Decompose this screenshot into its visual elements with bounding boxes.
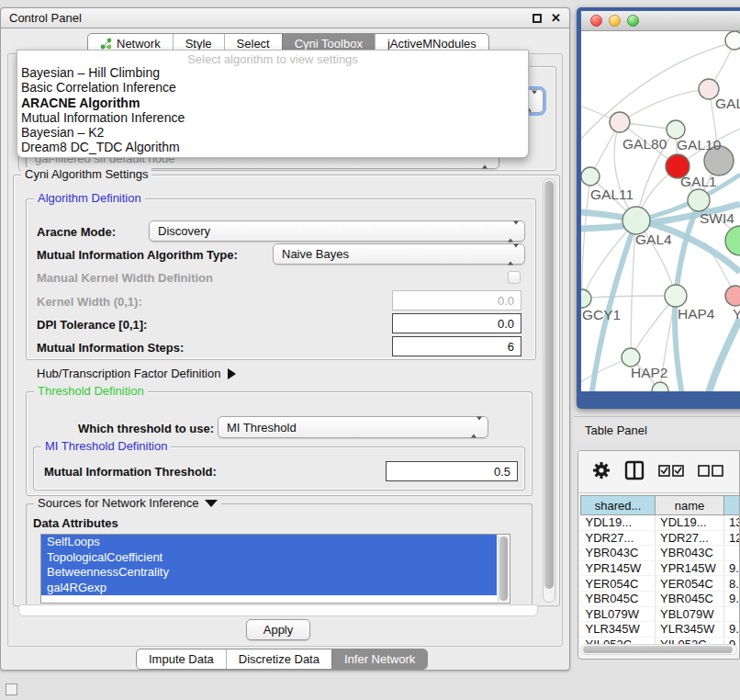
menu-item[interactable]: Bayesian – K2: [17, 125, 528, 140]
list-scrollbar[interactable]: [498, 536, 509, 602]
network-node[interactable]: [622, 207, 650, 234]
table-row[interactable]: YDR27...YDR27...12: [581, 530, 740, 546]
sources-group-title[interactable]: Sources for Network Inference: [34, 496, 221, 510]
table-body: YDL19...YDL19...13YDR27...YDR27...12YBR0…: [581, 515, 740, 652]
table-panel-header: Table Panel: [574, 416, 740, 444]
attribute-item[interactable]: gal4RGexp: [41, 581, 497, 596]
float-window-icon[interactable]: [533, 14, 542, 23]
which-threshold-combo[interactable]: MI Threshold: [218, 416, 488, 438]
network-node[interactable]: [725, 226, 740, 255]
network-edge: [582, 296, 665, 299]
tab-infer-network[interactable]: Infer Network: [331, 649, 427, 669]
apply-button[interactable]: Apply: [246, 619, 310, 640]
network-canvas[interactable]: GAL80GAL10GAL1GAL11SWI4GAL4GCY1HAP4YHAP2…: [581, 31, 740, 391]
menu-item[interactable]: Mutual Information Inference: [17, 110, 528, 125]
table-panel-title: Table Panel: [585, 423, 647, 437]
tab-impute-data[interactable]: Impute Data: [137, 649, 226, 669]
node-table[interactable]: shared...nameA YDL19...YDL19...13YDR27..…: [580, 495, 739, 652]
expand-right-icon: [228, 368, 236, 379]
combo-arrows-icon: [508, 224, 519, 238]
dpi-tolerance-field[interactable]: 0.0: [392, 313, 521, 333]
dropdown-prompt: Select algorithm to view settings: [17, 51, 528, 65]
close-icon[interactable]: ✕: [551, 14, 561, 23]
manual-kernel-checkbox[interactable]: [508, 271, 521, 284]
settings-hscrollbar[interactable]: [18, 604, 538, 616]
threshold-definition-title: Threshold Definition: [34, 384, 148, 398]
table-row[interactable]: YLR345WYLR345W9.: [581, 622, 740, 638]
combo-arrows-icon: [508, 247, 519, 261]
table-header-row: shared...nameA: [581, 496, 740, 515]
column-header[interactable]: name: [656, 496, 724, 515]
algorithm-menu-items: Bayesian – Hill ClimbingBasic Correlatio…: [17, 65, 528, 155]
table-row[interactable]: YBR045CYBR045C9.: [581, 591, 740, 606]
network-edge: [705, 319, 740, 391]
node-label: GAL11: [590, 186, 633, 202]
network-window-titlebar[interactable]: [581, 11, 740, 31]
menu-item[interactable]: Basic Correlation Inference: [17, 80, 528, 95]
screen: Control Panel ✕ Network Style Se: [0, 0, 740, 700]
node-label: GAL: [715, 96, 740, 111]
menu-item[interactable]: ARACNE Algorithm: [17, 96, 528, 110]
network-edge: [620, 89, 709, 122]
network-canvas-svg: GAL80GAL10GAL1GAL11SWI4GAL4GCY1HAP4YHAP2…: [581, 31, 740, 391]
table-row[interactable]: YBL079WYBL079W: [581, 606, 740, 622]
attribute-item[interactable]: TopologicalCoefficient: [41, 550, 497, 566]
attribute-item[interactable]: BetweennessCentrality: [41, 565, 497, 581]
node-label: GAL80: [622, 136, 667, 152]
algorithm-dropdown-popup: Select algorithm to view settings Bayesi…: [17, 50, 529, 158]
settings-group-title: Cyni Algorithm Settings: [21, 167, 151, 181]
close-traffic-light-icon[interactable]: [590, 15, 602, 27]
minimized-panel-icon[interactable]: [6, 683, 17, 695]
data-attributes-label: Data Attributes: [33, 516, 118, 530]
table-panel: shared...nameA YDL19...YDL19...13YDR27..…: [577, 450, 740, 660]
node-label: SWI4: [700, 210, 734, 226]
mi-steps-label: Mutual Information Steps:: [37, 341, 184, 355]
network-node[interactable]: [610, 112, 630, 132]
deselect-all-unchecked-icon[interactable]: [698, 464, 723, 480]
combo-arrows-icon: [471, 421, 482, 435]
network-node[interactable]: [725, 31, 740, 50]
settings-gear-icon[interactable]: [592, 461, 611, 483]
network-node[interactable]: [725, 286, 740, 306]
node-label: Y: [733, 306, 740, 322]
network-node[interactable]: [667, 120, 685, 139]
mi-steps-field[interactable]: 6: [392, 336, 521, 356]
attribute-item[interactable]: SelfLoops: [41, 535, 497, 550]
table-row[interactable]: YBR043CYBR043C: [581, 546, 740, 561]
hub-definition-toggle[interactable]: Hub/Transcription Factor Definition: [37, 367, 236, 380]
column-header[interactable]: A: [724, 496, 740, 515]
mi-type-label: Mutual Information Algorithm Type:: [37, 248, 238, 262]
table-row[interactable]: YPR145WYPR145W9.: [581, 560, 740, 576]
minimize-traffic-light-icon[interactable]: [609, 15, 621, 27]
menu-item[interactable]: Bayesian – Hill Climbing: [17, 65, 528, 80]
node-label: GAL4: [635, 231, 672, 247]
settings-scrollbar[interactable]: [543, 178, 555, 603]
which-threshold-label: Which threshold to use:: [78, 422, 214, 435]
mi-threshold-field[interactable]: 0.5: [386, 461, 518, 481]
network-node[interactable]: [665, 285, 687, 307]
network-node[interactable]: [688, 189, 710, 211]
select-all-checked-icon[interactable]: [658, 464, 684, 480]
table-row[interactable]: YDL19...YDL19...13: [581, 515, 740, 531]
aracne-mode-combo[interactable]: Discovery: [149, 220, 525, 242]
control-panel-titlebar[interactable]: Control Panel ✕: [0, 7, 570, 28]
network-node[interactable]: [581, 167, 600, 186]
split-columns-icon[interactable]: [624, 460, 645, 484]
kernel-width-field[interactable]: 0.0: [392, 290, 521, 310]
network-node[interactable]: [581, 289, 591, 308]
aracne-mode-label: Aracne Mode:: [37, 225, 116, 239]
menu-item[interactable]: Dream8 DC_TDC Algorithm: [17, 140, 528, 154]
table-row[interactable]: YER054CYER054C8.: [581, 576, 740, 592]
node-label: GAL10: [677, 137, 722, 152]
data-attributes-list[interactable]: SelfLoopsTopologicalCoefficientBetweenne…: [40, 534, 510, 604]
network-icon: [100, 38, 112, 50]
network-node[interactable]: [622, 348, 640, 367]
control-panel-title: Control Panel: [9, 11, 82, 25]
mi-threshold-definition-title: MI Threshold Definition: [41, 439, 171, 453]
table-hscrollbar[interactable]: [580, 644, 737, 655]
mi-type-combo[interactable]: Naive Bayes: [273, 243, 525, 265]
node-label: HAP2: [631, 365, 668, 380]
tab-discretize-data[interactable]: Discretize Data: [226, 649, 331, 669]
column-header[interactable]: shared...: [581, 496, 656, 515]
zoom-traffic-light-icon[interactable]: [627, 15, 639, 27]
